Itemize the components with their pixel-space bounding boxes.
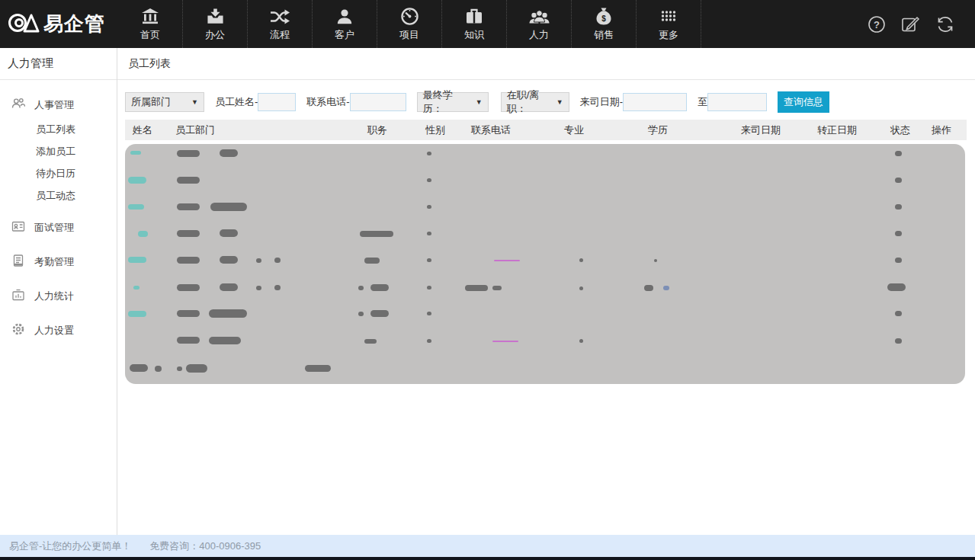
redacted-content-blob [427,205,431,209]
redacted-content-blob [177,310,200,317]
redacted-content-blob [364,258,380,264]
sidebar-item-employee-list[interactable]: 员工列表 [0,119,117,141]
nav-item-label: 流程 [270,28,290,42]
redacted-content-blob [128,311,146,317]
education-select[interactable]: 最终学历： ▼ [417,92,489,112]
sidebar-item-personnel-management[interactable]: 人事管理 [0,91,117,119]
sidebar-item-todo-calendar[interactable]: 待办日历 [0,163,117,185]
nav-item-office[interactable]: 办公 [183,0,248,48]
col-header-join-date[interactable]: 来司日期 [733,123,810,137]
table-header-row: 姓名 员工部门 职务 性别 联系电话 专业 学历 来司日期 转正日期 状态 操作 [125,120,967,140]
svg-text:$: $ [601,14,606,22]
nav-item-label: 客户 [335,28,354,42]
hr-icon [529,7,550,25]
redacted-content-blob [579,258,583,262]
app-logo[interactable]: 易企管 [0,0,118,48]
attendance-icon [11,254,25,270]
col-header-education[interactable]: 学历 [640,123,733,137]
redacted-content-blob [427,286,431,290]
redacted-content-blob [177,257,200,264]
col-header-actions[interactable]: 操作 [924,123,967,137]
redacted-content-blob [133,286,140,290]
redacted-content-blob [644,285,653,291]
nav-item-hr[interactable]: 人力 [507,0,572,48]
col-header-department[interactable]: 员工部门 [168,123,360,137]
department-select[interactable]: 所属部门 ▼ [125,92,204,112]
redacted-content-blob [155,366,162,372]
sidebar-item-employee-updates[interactable]: 员工动态 [0,185,117,207]
nav-item-knowledge[interactable]: 知识 [442,0,507,48]
phone-input[interactable] [350,93,406,111]
search-button[interactable]: 查询信息 [778,91,829,113]
refresh-icon[interactable] [935,15,955,34]
logo-text: 易企管 [43,11,105,37]
redacted-content-blob [177,203,200,210]
redacted-content-blob [305,365,331,372]
sidebar-menu: 人事管理 员工列表 添加员工 待办日历 员工动态 [0,80,117,344]
sidebar-item-interview-management[interactable]: 面试管理 [0,213,117,242]
redacted-content-blob [209,337,241,344]
redacted-content-blob [663,286,669,290]
redacted-table-body [125,144,965,384]
redacted-content-blob [128,177,146,184]
nav-item-home[interactable]: 首页 [118,0,183,48]
nav-item-project[interactable]: 项目 [377,0,442,48]
col-header-confirm-date[interactable]: 转正日期 [810,123,883,137]
redacted-content-blob [360,231,393,237]
sidebar-title: 人力管理 [0,48,117,80]
sidebar-item-label: 考勤管理 [34,255,74,269]
sidebar-item-label: 人力设置 [34,324,74,338]
page-title: 员工列表 [128,57,171,71]
sidebar-item-attendance-management[interactable]: 考勤管理 [0,248,117,276]
col-header-major[interactable]: 专业 [556,123,640,137]
nav-item-label: 首页 [140,28,160,42]
col-header-position[interactable]: 职务 [360,123,418,137]
employee-name-input[interactable] [258,93,296,111]
redacted-content-blob [177,284,200,291]
redacted-content-blob [256,286,261,290]
join-date-to-input[interactable] [707,93,767,111]
redacted-content-blob [895,178,902,183]
nav-item-more[interactable]: 更多 [637,0,701,48]
sidebar-item-add-employee[interactable]: 添加员工 [0,141,117,163]
chevron-down-icon: ▼ [476,98,483,106]
col-header-status[interactable]: 状态 [883,123,924,137]
redacted-content-blob [887,283,906,291]
employee-name-label: 员工姓名- [215,95,258,109]
nav-item-label: 知识 [464,28,484,42]
redacted-content-blob [177,150,200,157]
redacted-content-blob [427,152,431,155]
col-header-name[interactable]: 姓名 [125,123,168,137]
join-date-from-input[interactable] [623,93,687,111]
redacted-content-blob [427,178,431,182]
redacted-content-blob [895,231,902,236]
nav-item-sales[interactable]: $ 销售 [572,0,637,48]
sidebar: 人力管理 人事管理 员工列表 添加员工 待办日历 员工动态 [0,48,117,535]
redacted-content-blob [177,177,200,184]
col-header-phone[interactable]: 联系电话 [463,123,556,137]
redacted-content-blob [895,338,902,344]
project-icon [401,7,419,25]
nav-item-label: 销售 [594,28,614,42]
redacted-content-blob [427,312,431,315]
redacted-content-blob [130,364,148,372]
nav-item-process[interactable]: 流程 [248,0,313,48]
footer-bar: 易企管-让您的办公更简单！ 免费咨询：400-0906-395 [0,535,975,557]
redacted-content-blob [186,364,207,373]
redacted-content-blob [370,310,389,317]
compose-icon[interactable] [901,15,920,34]
nav-item-label: 办公 [205,28,225,42]
knowledge-icon [465,7,483,25]
redacted-content-blob [128,204,144,210]
redacted-content-blob [177,230,200,237]
col-header-gender[interactable]: 性别 [418,123,463,137]
nav-item-customer[interactable]: 客户 [313,0,377,48]
help-icon[interactable]: ? [868,15,886,34]
redacted-content-blob [492,341,518,342]
sidebar-item-hr-statistics[interactable]: 人力统计 [0,282,117,310]
sidebar-item-hr-settings[interactable]: 人力设置 [0,316,117,344]
chevron-down-icon: ▼ [191,98,198,106]
footer-hotline: 免费咨询：400-0906-395 [149,539,261,553]
sidebar-item-label: 人事管理 [34,98,74,112]
employment-status-select[interactable]: 在职/离职： ▼ [501,92,569,112]
